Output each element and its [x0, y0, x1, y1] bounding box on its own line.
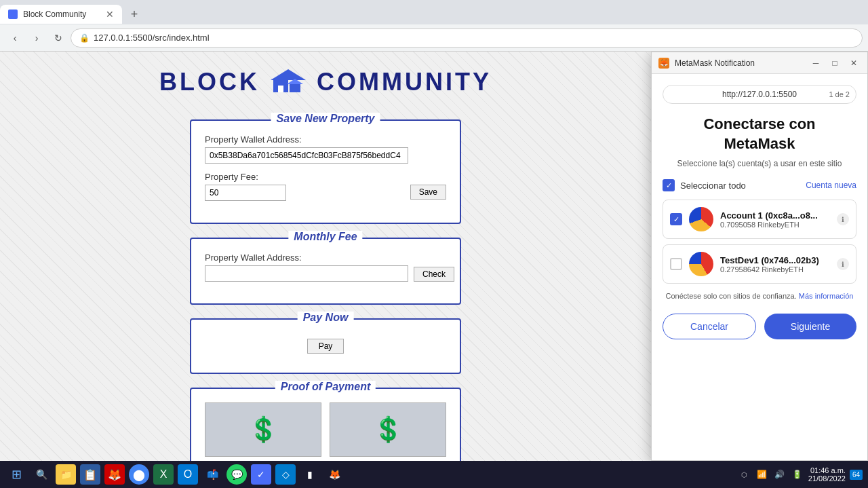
page-title: BLOCK COMMUNITY [159, 65, 492, 99]
tab-title: Block Community [23, 10, 100, 19]
taskbar: ⊞ 🔍 📁 📋 🦊 ⬤ X O 📫 💬 ✓ ◇ ▮ 🦊 ⬡ 📶 🔊 🔋 01:4… [0, 461, 868, 488]
taskbar-app-11[interactable]: ◇ [275, 464, 296, 485]
metamask-content: 1 de 2 http://127.0.0.1:5500 Conectarse … [652, 74, 867, 460]
save-property-section: Save New Property Property Wallet Addres… [14, 119, 637, 224]
taskbar-app-3[interactable]: 📋 [80, 464, 100, 485]
taskbar-app-5[interactable]: ⬤ [129, 464, 149, 485]
account-1-name: Account 1 (0xc8a...o8... [720, 210, 830, 221]
page-content: BLOCK COMMUNITY [0, 52, 651, 461]
monthly-fee-legend: Monthly Fee [288, 231, 362, 243]
mm-heading: Conectarse con MetaMask [663, 115, 856, 153]
account-2-balance: 0.27958642 RinkebyETH [720, 265, 830, 274]
account-2-checkbox[interactable] [670, 258, 682, 270]
dropbox-icon: ⬡ [738, 468, 751, 481]
property-fee-label: Property Fee: [205, 172, 405, 182]
taskbar-system-icons: ⬡ 📶 🔊 🔋 01:46 a.m. 21/08/2022 64 [738, 466, 863, 483]
pay-button[interactable]: Pay [307, 339, 344, 354]
taskbar-app-8[interactable]: 📫 [202, 464, 222, 485]
account-1-info-btn[interactable]: ℹ [837, 213, 849, 225]
account-2-info: TestDev1 (0x746...02b3) 0.27958642 Rinke… [720, 255, 830, 274]
minimize-button[interactable]: ─ [809, 56, 823, 70]
metamask-titlebar: 🦊 MetaMask Notification ─ □ ✕ [652, 52, 867, 74]
proof-of-payment-section: Proof of Payment 💲 💲 [14, 388, 637, 461]
check-button[interactable]: Check [414, 267, 454, 282]
property-fee-input[interactable] [205, 185, 286, 201]
pay-now-legend: Pay Now [298, 312, 354, 324]
new-tab-button[interactable]: + [125, 5, 144, 24]
monthly-wallet-label: Property Wallet Address: [205, 252, 408, 263]
back-icon: ‹ [14, 33, 17, 43]
metamask-favicon: 🦊 [658, 58, 669, 69]
address-bar[interactable]: 🔒 127.0.0.1:5500/src/index.html [71, 29, 863, 48]
monthly-fee-section: Monthly Fee Property Wallet Address: Che… [14, 238, 637, 305]
select-all-label: Seleccionar todo [680, 181, 746, 191]
taskbar-app-4[interactable]: 🦊 [104, 464, 125, 485]
proof-of-payment-legend: Proof of Payment [275, 381, 376, 393]
monthly-wallet-input[interactable] [205, 265, 408, 282]
close-button[interactable]: ✕ [847, 56, 861, 70]
mm-footer-text: Conéctese solo con sitios de confianza. … [663, 292, 856, 300]
wifi-icon: 📶 [755, 468, 769, 481]
svg-rect-2 [290, 84, 300, 92]
account-2-avatar [689, 252, 713, 276]
reload-icon: ↻ [54, 33, 62, 43]
start-button[interactable]: ⊞ [5, 464, 27, 485]
mm-action-buttons: Cancelar Siguiente [663, 305, 856, 342]
taskbar-app-12[interactable]: ▮ [300, 464, 320, 485]
account-1-avatar [689, 207, 713, 231]
back-button[interactable]: ‹ [5, 29, 24, 48]
next-button[interactable]: Siguiente [764, 314, 856, 339]
account-row-1[interactable]: ✓ Account 1 (0xc8a...o8... 0.7095058 Rin… [663, 200, 856, 239]
taskbar-file-manager[interactable]: 📁 [56, 464, 76, 485]
account-2-name: TestDev1 (0x746...02b3) [720, 255, 830, 265]
page-header: BLOCK COMMUNITY [14, 65, 637, 99]
taskbar-badge: 64 [850, 470, 863, 480]
svg-rect-4 [278, 86, 283, 92]
mm-url-bar: http://127.0.0.1:5500 [663, 85, 856, 104]
cancel-button[interactable]: Cancelar [663, 314, 756, 339]
proof-card-2: 💲 [330, 402, 446, 457]
battery-icon: 🔋 [791, 468, 804, 481]
wallet-address-label: Property Wallet Address: [205, 134, 446, 145]
select-all-checkbox[interactable]: ✓ [663, 179, 675, 191]
save-property-legend: Save New Property [271, 113, 380, 125]
windows-icon: ⊞ [12, 467, 22, 482]
account-row-2[interactable]: TestDev1 (0x746...02b3) 0.27958642 Rinke… [663, 244, 856, 284]
dollar-icon-1: 💲 [248, 415, 279, 444]
taskbar-clock: 01:46 a.m. 21/08/2022 [808, 466, 846, 483]
metamask-window-title: MetaMask Notification [675, 58, 804, 68]
svg-marker-1 [271, 69, 306, 80]
account-2-info-btn[interactable]: ℹ [837, 258, 849, 270]
mm-subtext: Seleccione la(s) cuenta(s) a usar en est… [663, 159, 856, 168]
taskbar-app-9[interactable]: 💬 [226, 464, 247, 485]
taskbar-app-7[interactable]: O [178, 464, 198, 485]
account-1-balance: 0.7095058 RinkebyETH [720, 221, 830, 229]
browser-tab[interactable]: Block Community ✕ [0, 5, 122, 24]
reload-button[interactable]: ↻ [49, 29, 68, 48]
proof-card-1: 💲 [205, 402, 321, 457]
save-button[interactable]: Save [410, 185, 446, 200]
lock-icon: 🔒 [79, 33, 90, 43]
mm-footer-link[interactable]: Más información [799, 292, 854, 300]
taskbar-app-10[interactable]: ✓ [251, 464, 271, 485]
wallet-address-input[interactable] [205, 147, 408, 164]
mm-select-row: ✓ Seleccionar todo Cuenta nueva [663, 179, 856, 191]
tab-close-button[interactable]: ✕ [106, 9, 114, 20]
tab-favicon [8, 10, 18, 19]
taskbar-search[interactable]: 🔍 [31, 464, 52, 485]
taskbar-time: 01:46 a.m. [808, 466, 846, 474]
mm-select-all[interactable]: ✓ Seleccionar todo [663, 179, 746, 191]
address-text: 127.0.0.1:5500/src/index.html [94, 33, 210, 43]
maximize-button[interactable]: □ [828, 56, 842, 70]
account-1-info: Account 1 (0xc8a...o8... 0.7095058 Rinke… [720, 210, 830, 229]
taskbar-app-13[interactable]: 🦊 [324, 464, 344, 485]
volume-icon: 🔊 [773, 468, 787, 481]
account-1-checkbox[interactable]: ✓ [670, 213, 682, 225]
new-account-link[interactable]: Cuenta nueva [806, 181, 856, 190]
taskbar-date: 21/08/2022 [808, 474, 846, 483]
logo-icon [268, 65, 309, 99]
metamask-panel: 🦊 MetaMask Notification ─ □ ✕ 1 de 2 htt… [651, 52, 868, 461]
taskbar-app-6[interactable]: X [153, 464, 174, 485]
mm-counter: 1 de 2 [829, 90, 850, 98]
forward-button[interactable]: › [27, 29, 46, 48]
